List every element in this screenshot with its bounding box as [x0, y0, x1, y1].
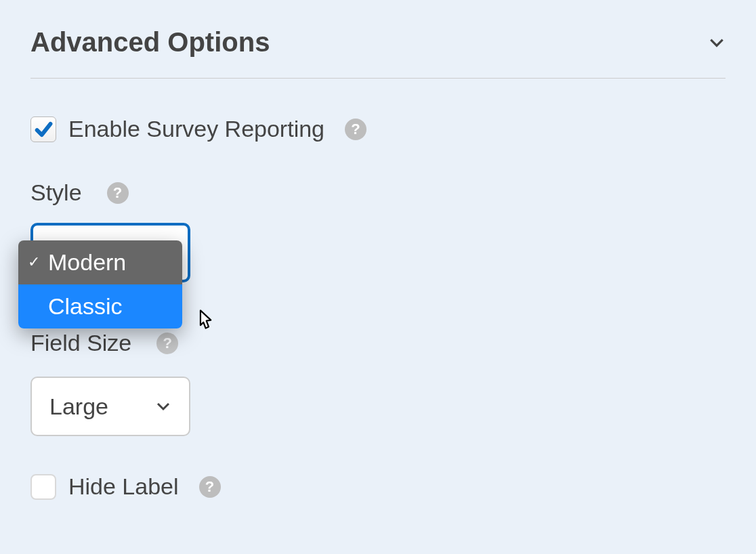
section-title: Advanced Options: [30, 27, 270, 58]
field-size-value: Large: [49, 393, 108, 420]
field-size-label: Field Size: [30, 330, 131, 356]
help-icon[interactable]: ?: [199, 476, 221, 498]
field-size-select[interactable]: Large: [30, 377, 190, 436]
advanced-options-header[interactable]: Advanced Options: [30, 14, 726, 78]
hide-label-label: Hide Label: [68, 473, 179, 500]
chevron-down-icon: [155, 398, 171, 414]
enable-survey-reporting-label: Enable Survey Reporting: [68, 116, 324, 142]
chevron-down-icon[interactable]: [708, 34, 726, 51]
style-label: Style: [30, 179, 82, 206]
help-icon[interactable]: ?: [107, 182, 129, 204]
style-option-modern[interactable]: Modern: [18, 240, 182, 284]
style-dropdown-menu: Modern Classic: [18, 240, 182, 328]
hide-label-checkbox[interactable]: [30, 474, 56, 500]
enable-survey-reporting-checkbox[interactable]: [30, 116, 56, 142]
divider: [30, 78, 726, 79]
help-icon[interactable]: ?: [156, 333, 178, 354]
style-option-classic[interactable]: Classic: [18, 284, 182, 328]
help-icon[interactable]: ?: [345, 119, 366, 140]
cursor-pointer-icon: [193, 307, 217, 331]
